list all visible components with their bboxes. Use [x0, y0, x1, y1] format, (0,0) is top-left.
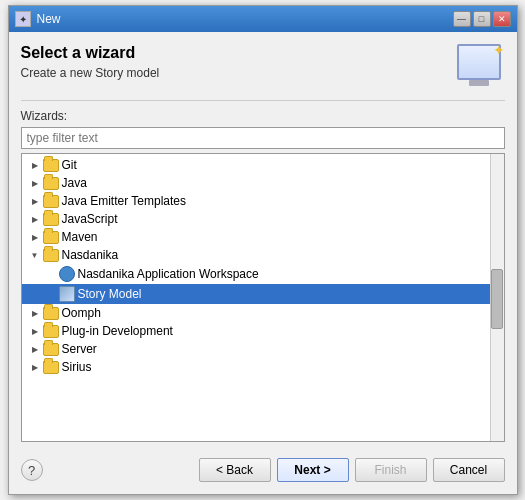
- arrow-icon: ▼: [30, 250, 40, 260]
- wizards-label: Wizards:: [21, 109, 505, 123]
- window-title: New: [37, 12, 61, 26]
- filter-input[interactable]: [21, 127, 505, 149]
- title-bar-left: ✦ New: [15, 11, 61, 27]
- title-buttons: — □ ✕: [453, 11, 511, 27]
- header-text: Select a wizard Create a new Story model: [21, 44, 160, 80]
- item-label: Maven: [62, 230, 98, 244]
- dialog-footer: ? < Back Next > Finish Cancel: [21, 450, 505, 482]
- arrow-icon: ▶: [30, 344, 40, 354]
- dialog-window: ✦ New — □ ✕ Select a wizard Create a new…: [8, 5, 518, 495]
- list-item[interactable]: ▶ Java Emitter Templates: [22, 192, 504, 210]
- header-section: Select a wizard Create a new Story model…: [21, 44, 505, 101]
- wizard-icon: [59, 286, 75, 302]
- folder-icon: [43, 159, 59, 172]
- list-item[interactable]: ▶ Server: [22, 340, 504, 358]
- list-item[interactable]: ▶ Oomph: [22, 304, 504, 322]
- folder-icon: [43, 177, 59, 190]
- wizards-section: Wizards: ▶ Git ▶ Java: [21, 109, 505, 442]
- footer-left: ?: [21, 459, 43, 481]
- item-label: Story Model: [78, 287, 142, 301]
- tree-list: ▶ Git ▶ Java ▶ Java Emitter Templat: [22, 154, 504, 378]
- list-item[interactable]: ▶ Maven: [22, 228, 504, 246]
- list-item[interactable]: ▼ Nasdanika: [22, 246, 504, 264]
- folder-icon: [43, 307, 59, 320]
- list-item[interactable]: ▶ Java: [22, 174, 504, 192]
- sparkle-icon: ✦: [493, 42, 505, 58]
- dialog-title: Select a wizard: [21, 44, 160, 62]
- help-button[interactable]: ?: [21, 459, 43, 481]
- minimize-button[interactable]: —: [453, 11, 471, 27]
- finish-button[interactable]: Finish: [355, 458, 427, 482]
- close-button[interactable]: ✕: [493, 11, 511, 27]
- folder-icon: [43, 195, 59, 208]
- footer-buttons: < Back Next > Finish Cancel: [199, 458, 505, 482]
- header-icon: ✦: [453, 44, 505, 92]
- list-item[interactable]: ▶ Plug-in Development: [22, 322, 504, 340]
- dialog-subtitle: Create a new Story model: [21, 66, 160, 80]
- arrow-icon: ▶: [30, 232, 40, 242]
- folder-icon: [43, 213, 59, 226]
- arrow-icon: ▶: [30, 326, 40, 336]
- scrollbar[interactable]: [490, 154, 504, 441]
- arrow-icon: ▶: [30, 214, 40, 224]
- window-icon: ✦: [15, 11, 31, 27]
- item-label: Git: [62, 158, 77, 172]
- folder-icon: [43, 361, 59, 374]
- arrow-icon: ▶: [30, 308, 40, 318]
- dialog-content: Select a wizard Create a new Story model…: [9, 32, 517, 494]
- folder-icon: [43, 343, 59, 356]
- item-label: Oomph: [62, 306, 101, 320]
- back-button[interactable]: < Back: [199, 458, 271, 482]
- maximize-button[interactable]: □: [473, 11, 491, 27]
- next-button[interactable]: Next >: [277, 458, 349, 482]
- arrow-icon: ▶: [30, 362, 40, 372]
- list-item[interactable]: ▶ JavaScript: [22, 210, 504, 228]
- folder-icon: [43, 231, 59, 244]
- arrow-icon: ▶: [30, 196, 40, 206]
- list-item[interactable]: ▶ Sirius: [22, 358, 504, 376]
- folder-icon: [43, 249, 59, 262]
- item-label: Plug-in Development: [62, 324, 173, 338]
- item-label: Sirius: [62, 360, 92, 374]
- folder-icon: [43, 325, 59, 338]
- item-label: Java Emitter Templates: [62, 194, 187, 208]
- arrow-icon: ▶: [30, 178, 40, 188]
- list-item[interactable]: ▶ Nasdanika Application Workspace: [22, 264, 504, 284]
- tree-container[interactable]: ▶ Git ▶ Java ▶ Java Emitter Templat: [21, 153, 505, 442]
- scrollbar-thumb[interactable]: [491, 269, 503, 329]
- story-model-item[interactable]: ▶ Story Model: [22, 284, 504, 304]
- cancel-button[interactable]: Cancel: [433, 458, 505, 482]
- item-label: Java: [62, 176, 87, 190]
- item-label: Nasdanika: [62, 248, 119, 262]
- item-label: Nasdanika Application Workspace: [78, 267, 259, 281]
- globe-icon: [59, 266, 75, 282]
- item-label: JavaScript: [62, 212, 118, 226]
- list-item[interactable]: ▶ Git: [22, 156, 504, 174]
- arrow-icon: ▶: [30, 160, 40, 170]
- title-bar: ✦ New — □ ✕: [9, 6, 517, 32]
- item-label: Server: [62, 342, 97, 356]
